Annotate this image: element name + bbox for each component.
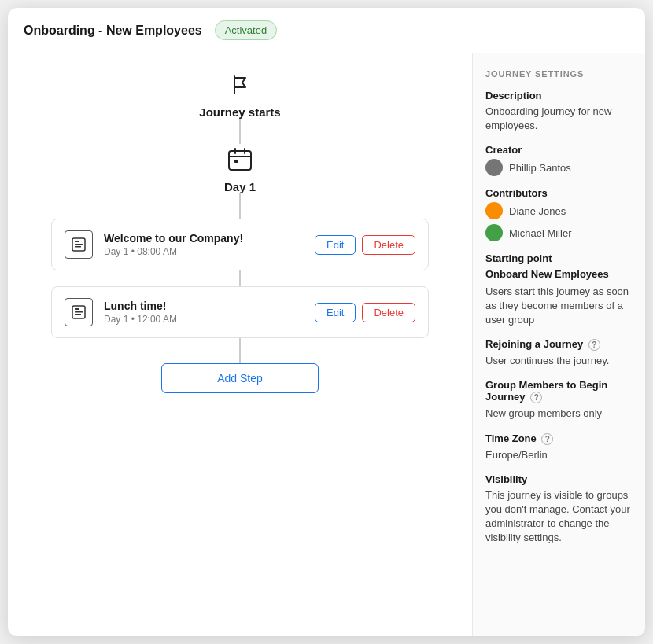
creator-name: Phillip Santos [509, 162, 571, 174]
flag-icon [224, 69, 256, 101]
add-step-button[interactable]: Add Step [161, 363, 319, 393]
timezone-label: Time Zone ? [485, 432, 633, 445]
contributor-name-1: Diane Jones [509, 205, 566, 217]
app-window: Onboarding - New Employees Activated Jou… [8, 8, 645, 636]
description-section: Description Onboarding journey for new e… [485, 90, 633, 133]
group-members-help-icon[interactable]: ? [530, 392, 542, 403]
visibility-section: Visibility This journey is visible to gr… [485, 473, 633, 546]
status-badge: Activated [215, 20, 277, 40]
sidebar: JOURNEY SETTINGS Description Onboarding … [472, 53, 645, 636]
connector-4 [239, 338, 241, 363]
starting-point-desc: Users start this journey as soon as they… [485, 285, 633, 328]
group-members-label: Group Members to Begin Journey ? [485, 379, 633, 403]
creator-label: Creator [485, 144, 633, 156]
step-card-2: Lunch time! Day 1 • 12:00 AM Edit Delete [51, 286, 429, 338]
step-card-1: Welcome to our Company! Day 1 • 08:00 AM… [51, 219, 429, 270]
contributor-row-2: Michael Miller [485, 224, 633, 241]
rejoining-label: Rejoining a Journey ? [485, 338, 633, 351]
timezone-section: Time Zone ? Europe/Berlin [485, 432, 633, 462]
step-subtitle-2: Day 1 • 12:00 AM [104, 314, 304, 325]
timezone-help-icon[interactable]: ? [541, 433, 553, 445]
contributor-avatar-2 [485, 224, 503, 241]
sidebar-section-title: JOURNEY SETTINGS [485, 69, 633, 79]
timezone-value: Europe/Berlin [485, 448, 633, 462]
day-label: Day 1 [224, 180, 256, 193]
description-label: Description [485, 90, 633, 101]
rejoining-section: Rejoining a Journey ? User continues the… [485, 338, 633, 368]
visibility-label: Visibility [485, 473, 633, 485]
starting-point-label: Starting point [485, 252, 633, 264]
connector-3 [239, 270, 241, 286]
step-subtitle-1: Day 1 • 08:00 AM [104, 246, 304, 257]
svg-rect-8 [75, 311, 83, 313]
creator-section: Creator Phillip Santos [485, 144, 633, 176]
step-title-2: Lunch time! [104, 300, 304, 312]
journey-flow: Journey starts Day 1 [24, 69, 456, 393]
journey-start-label: Journey starts [199, 105, 280, 119]
edit-button-1[interactable]: Edit [315, 235, 356, 255]
connector-1 [239, 119, 241, 144]
svg-rect-4 [75, 244, 83, 245]
step-title-1: Welcome to our Company! [104, 232, 304, 245]
group-members-value: New group members only [485, 407, 633, 421]
svg-rect-7 [75, 308, 79, 310]
journey-start-node: Journey starts [199, 69, 280, 119]
starting-point-section: Starting point Onboard New Employees Use… [485, 252, 633, 327]
svg-rect-3 [75, 241, 79, 242]
page-title: Onboarding - New Employees [24, 24, 202, 38]
visibility-value: This journey is visible to groups you do… [485, 488, 633, 546]
svg-rect-1 [234, 160, 238, 163]
header: Onboarding - New Employees Activated [8, 8, 645, 53]
step-info-2: Lunch time! Day 1 • 12:00 AM [104, 300, 304, 325]
rejoining-help-icon[interactable]: ? [588, 339, 600, 351]
calendar-icon [224, 144, 256, 175]
connector-2 [239, 193, 241, 219]
contributors-label: Contributors [485, 187, 633, 199]
step-info-1: Welcome to our Company! Day 1 • 08:00 AM [104, 232, 304, 257]
step-icon-1 [65, 230, 93, 259]
svg-rect-0 [229, 151, 251, 170]
delete-button-1[interactable]: Delete [362, 235, 415, 255]
contributor-row-1: Diane Jones [485, 202, 633, 219]
creator-row: Phillip Santos [485, 159, 633, 176]
starting-point-title: Onboard New Employees [485, 267, 633, 282]
day-node: Day 1 [224, 144, 256, 193]
contributor-name-2: Michael Miller [509, 227, 571, 239]
edit-button-2[interactable]: Edit [315, 303, 356, 322]
journey-area: Journey starts Day 1 [8, 53, 472, 636]
step-actions-1: Edit Delete [315, 235, 415, 255]
group-members-section: Group Members to Begin Journey ? New gro… [485, 379, 633, 421]
step-icon-2 [65, 298, 93, 326]
main-content: Journey starts Day 1 [8, 53, 645, 636]
contributor-avatar-1 [485, 202, 503, 219]
svg-rect-9 [75, 314, 81, 315]
rejoining-value: User continues the journey. [485, 354, 633, 368]
step-actions-2: Edit Delete [315, 303, 415, 322]
delete-button-2[interactable]: Delete [362, 303, 415, 322]
svg-rect-5 [75, 246, 81, 248]
creator-avatar [485, 159, 503, 176]
contributors-section: Contributors Diane Jones Michael Miller [485, 187, 633, 241]
description-value: Onboarding journey for new employees. [485, 105, 633, 133]
